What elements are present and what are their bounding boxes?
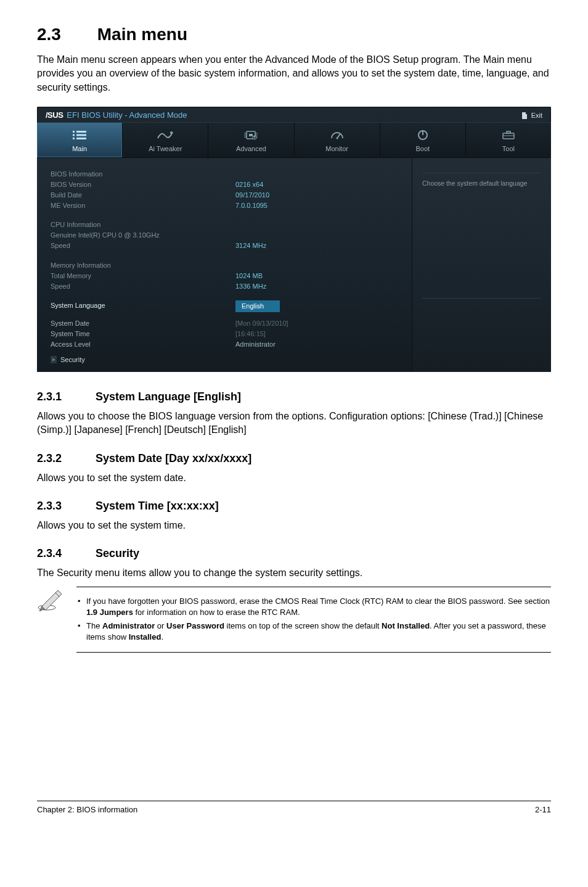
svg-rect-2	[73, 134, 75, 136]
note2-c: or	[155, 621, 166, 630]
sub-body-4: The Security menu items allow you to cha…	[37, 566, 551, 580]
note1-b: 1.9 Jumpers	[86, 608, 133, 617]
note1-a: If you have forgotten your BIOS password…	[86, 596, 550, 606]
note2-d: User Password	[166, 621, 224, 630]
memory-speed-value: 1336 MHz	[235, 281, 266, 292]
subsection-2-3-2: 2.3.2 System Date [Day xx/xx/xxxx]	[37, 452, 551, 465]
me-version-label: ME Version	[51, 200, 235, 211]
note-item-2: The Administrator or User Password items…	[76, 621, 551, 643]
tab-monitor-label: Monitor	[325, 145, 348, 152]
tab-ai-tweaker-label: Ai Tweaker	[149, 145, 182, 152]
svg-rect-3	[76, 134, 86, 136]
sub-body-2: Allows you to set the system date.	[37, 471, 551, 485]
svg-rect-8	[249, 134, 253, 136]
footer-right: 2-11	[535, 805, 551, 814]
note2-f: Not Installed	[382, 621, 430, 630]
build-date-label: Build Date	[51, 190, 235, 200]
bios-info-header: BIOS Information	[51, 169, 235, 179]
svg-rect-1	[76, 131, 86, 133]
help-text: Choose the system default language	[422, 179, 541, 187]
system-time-row[interactable]: System Time[16:46:15]	[51, 329, 399, 339]
tab-main-label: Main	[72, 145, 87, 152]
note1-c: for information on how to erase the RTC …	[133, 608, 300, 617]
note2-h: Installed	[129, 632, 161, 642]
me-version-value: 7.0.0.1095	[235, 200, 267, 211]
sub-title-3: System Time [xx:xx:xx]	[96, 500, 219, 512]
tab-main[interactable]: Main	[37, 123, 123, 157]
subsection-2-3-4: 2.3.4 Security	[37, 547, 551, 560]
bios-tab-bar: Main Ai Tweaker Advanced Monitor Boot	[37, 122, 551, 158]
tab-advanced-label: Advanced	[236, 145, 266, 152]
cpu-speed-label: Speed	[51, 241, 235, 251]
system-date-label: System Date	[51, 318, 235, 329]
tab-boot-label: Boot	[415, 145, 430, 152]
sub-title-4: Security	[96, 547, 139, 559]
toolbox-icon	[502, 129, 515, 141]
sub-num-4: 2.3.4	[37, 547, 92, 560]
tab-boot[interactable]: Boot	[380, 123, 466, 157]
total-memory-value: 1024 MB	[235, 271, 263, 281]
system-date-row[interactable]: System Date[Mon 09/13/2010]	[51, 318, 399, 329]
system-date-value: [Mon 09/13/2010]	[235, 318, 288, 329]
svg-rect-4	[73, 138, 75, 139]
subsection-2-3-1: 2.3.1 System Language [English]	[37, 390, 551, 403]
sub-num-1: 2.3.1	[37, 390, 92, 403]
note2-b: Administrator	[102, 621, 155, 630]
sub-title-2: System Date [Day xx/xx/xxxx]	[96, 452, 251, 464]
system-language-row[interactable]: System Language English	[51, 300, 399, 312]
tab-advanced[interactable]: Advanced	[208, 123, 294, 157]
utility-title: EFI BIOS Utility - Advanced Mode	[67, 110, 187, 120]
section-title-text: Main menu	[97, 25, 187, 44]
cpu-model: Genuine Intel(R) CPU 0 @ 3.10GHz	[51, 230, 235, 241]
bios-title-bar: /SUS EFI BIOS Utility - Advanced Mode Ex…	[37, 107, 551, 122]
tab-ai-tweaker[interactable]: Ai Tweaker	[123, 123, 208, 157]
brand-text: /SUS	[46, 110, 63, 120]
security-submenu[interactable]: ➤ Security	[51, 356, 399, 363]
system-language-value: English	[235, 300, 280, 312]
sub-num-3: 2.3.3	[37, 500, 92, 513]
security-label: Security	[60, 356, 85, 363]
svg-point-18	[336, 138, 338, 139]
tweaker-icon	[157, 129, 174, 141]
subsection-2-3-3: 2.3.3 System Time [xx:xx:xx]	[37, 500, 551, 513]
svg-rect-5	[76, 138, 86, 139]
section-number: 2.3	[37, 25, 92, 44]
bios-screenshot: /SUS EFI BIOS Utility - Advanced Mode Ex…	[37, 107, 551, 372]
note2-i: .	[161, 632, 163, 642]
bios-version-label: BIOS Version	[51, 179, 235, 190]
sub-body-1: Allows you to choose the BIOS language v…	[37, 410, 551, 437]
total-memory-label: Total Memory	[51, 271, 235, 281]
exit-label: Exit	[531, 112, 542, 119]
bios-main-panel: BIOS Information BIOS Version0216 x64 Bu…	[37, 158, 412, 372]
note-content: If you have forgotten your BIOS password…	[76, 587, 551, 653]
memory-speed-label: Speed	[51, 281, 235, 292]
page-footer: Chapter 2: BIOS information 2-11	[37, 801, 551, 814]
list-icon	[73, 129, 86, 141]
note-block: If you have forgotten your BIOS password…	[37, 587, 551, 653]
chip-icon	[244, 129, 258, 141]
sub-body-3: Allows you to set the system time.	[37, 519, 551, 532]
note2-a: The	[86, 621, 102, 630]
svg-rect-0	[73, 131, 75, 133]
pencil-icon	[37, 587, 65, 614]
sub-title-1: System Language [English]	[96, 390, 241, 403]
gauge-icon	[330, 129, 344, 141]
memory-info-header: Memory Information	[51, 260, 235, 271]
access-level-value: Administrator	[235, 339, 276, 350]
section-intro: The Main menu screen appears when you en…	[37, 53, 551, 94]
build-date-value: 09/17/2010	[235, 190, 269, 200]
system-time-value: [16:46:15]	[235, 329, 266, 339]
access-level-label: Access Level	[51, 339, 235, 350]
sub-num-2: 2.3.2	[37, 452, 92, 465]
chevron-right-icon: ➤	[51, 356, 57, 363]
note2-e: items on top of the screen show the defa…	[224, 621, 382, 630]
exit-button[interactable]: Exit	[521, 112, 542, 119]
tab-monitor[interactable]: Monitor	[295, 123, 380, 157]
svg-point-6	[170, 131, 173, 134]
section-heading: 2.3 Main menu	[37, 25, 551, 44]
bios-version-value: 0216 x64	[235, 179, 263, 190]
tab-tool[interactable]: Tool	[466, 123, 551, 157]
system-language-label: System Language	[51, 300, 235, 312]
bios-logo: /SUS EFI BIOS Utility - Advanced Mode	[46, 110, 187, 120]
cpu-info-header: CPU Information	[51, 220, 235, 230]
